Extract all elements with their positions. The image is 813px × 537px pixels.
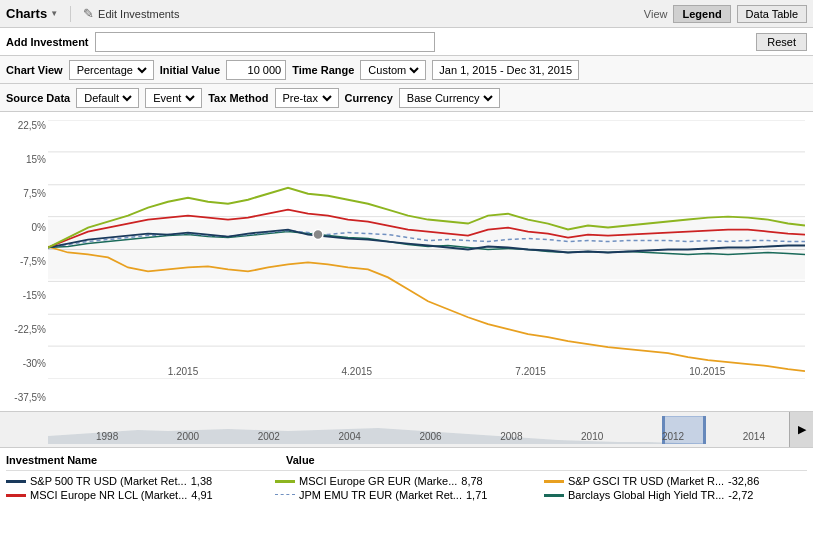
legend-value-msci-gr: 8,78 — [461, 475, 482, 487]
chart-view-select[interactable]: Percentage — [69, 60, 154, 80]
legend-rows: S&P 500 TR USD (Market Ret... 1,38 MSCI … — [6, 471, 807, 501]
legend-item-msci-nr: MSCI Europe NR LCL (Market... 4,91 — [6, 489, 269, 501]
timeline-x-labels: 1998 2000 2002 2004 2006 2008 2010 2012 … — [96, 431, 765, 442]
legend-color-msci-nr — [6, 494, 26, 497]
chart-view-dropdown[interactable]: Percentage — [73, 63, 150, 77]
source-data-label: Source Data — [6, 92, 70, 104]
legend-color-msci-gr — [275, 480, 295, 483]
y-label-0: 22,5% — [2, 120, 46, 131]
legend-tab[interactable]: Legend — [673, 5, 730, 23]
y-label-1: 15% — [2, 154, 46, 165]
x-label-2: 7.2015 — [515, 366, 546, 377]
timeline-scroll-right[interactable]: ▶ — [789, 412, 813, 447]
date-range-text: Jan 1, 2015 - Dec 31, 2015 — [439, 64, 572, 76]
charts-button[interactable]: Charts ▼ — [6, 6, 58, 21]
add-investment-input[interactable] — [95, 32, 435, 52]
chart-view-row: Chart View Percentage Initial Value 10 0… — [0, 56, 813, 84]
header-right: View Legend Data Table — [644, 5, 807, 23]
event-dropdown[interactable]: Event — [149, 91, 198, 105]
legend-section: Investment Name Value S&P 500 TR USD (Ma… — [0, 448, 813, 505]
reset-button[interactable]: Reset — [756, 33, 807, 51]
legend-value-sp-gsci: -32,86 — [728, 475, 759, 487]
tl-label-8: 2014 — [743, 431, 765, 442]
legend-name-sp-gsci: S&P GSCI TR USD (Market R... — [568, 475, 724, 487]
currency-select[interactable]: Base Currency — [399, 88, 500, 108]
legend-value-barclays: -2,72 — [728, 489, 753, 501]
header-bar: Charts ▼ ✎ Edit Investments View Legend … — [0, 0, 813, 28]
legend-item-sp-gsci: S&P GSCI TR USD (Market R... -32,86 — [544, 475, 807, 487]
legend-color-jpm — [275, 494, 295, 496]
event-select[interactable]: Event — [145, 88, 202, 108]
currency-dropdown[interactable]: Base Currency — [403, 91, 496, 105]
legend-header: Investment Name Value — [6, 452, 807, 471]
legend-name-barclays: Barclays Global High Yield TR... — [568, 489, 724, 501]
edit-investments-button[interactable]: ✎ Edit Investments — [83, 6, 179, 21]
initial-value-input[interactable]: 10 000 — [226, 60, 286, 80]
edit-icon: ✎ — [83, 6, 94, 21]
legend-name-msci-gr: MSCI Europe GR EUR (Marke... — [299, 475, 457, 487]
legend-col2-header: Value — [286, 454, 315, 466]
chart-svg — [48, 120, 805, 379]
y-label-7: -30% — [2, 358, 46, 369]
legend-name-jpm: JPM EMU TR EUR (Market Ret... — [299, 489, 462, 501]
header-separator — [70, 6, 71, 22]
tl-label-3: 2004 — [339, 431, 361, 442]
legend-color-sp-gsci — [544, 480, 564, 483]
y-axis: 22,5% 15% 7,5% 0% -7,5% -15% -22,5% -30%… — [0, 112, 48, 411]
scroll-right-icon: ▶ — [798, 423, 806, 436]
y-label-2: 7,5% — [2, 188, 46, 199]
chart-view-label: Chart View — [6, 64, 63, 76]
tax-method-dropdown[interactable]: Pre-tax — [279, 91, 335, 105]
legend-row-1: MSCI Europe NR LCL (Market... 4,91 JPM E… — [6, 489, 807, 501]
tl-label-5: 2008 — [500, 431, 522, 442]
x-axis-labels: 1.2015 4.2015 7.2015 10.2015 — [96, 366, 797, 377]
y-label-4: -7,5% — [2, 256, 46, 267]
legend-value-sp500: 1,38 — [191, 475, 212, 487]
edit-investments-label: Edit Investments — [98, 8, 179, 20]
initial-value-label: Initial Value — [160, 64, 221, 76]
legend-name-msci-nr: MSCI Europe NR LCL (Market... — [30, 489, 187, 501]
time-range-dropdown[interactable]: Custom — [364, 63, 422, 77]
tl-label-0: 1998 — [96, 431, 118, 442]
timeline-row: 1998 2000 2002 2004 2006 2008 2010 2012 … — [0, 412, 813, 448]
time-range-label: Time Range — [292, 64, 354, 76]
chart-plot: 1.2015 4.2015 7.2015 10.2015 — [48, 120, 805, 379]
tax-method-label: Tax Method — [208, 92, 268, 104]
x-label-1: 4.2015 — [341, 366, 372, 377]
legend-col1-header: Investment Name — [6, 454, 206, 466]
legend-item-msci-gr: MSCI Europe GR EUR (Marke... 8,78 — [275, 475, 538, 487]
x-label-0: 1.2015 — [168, 366, 199, 377]
charts-label: Charts — [6, 6, 47, 21]
legend-item-sp500: S&P 500 TR USD (Market Ret... 1,38 — [6, 475, 269, 487]
charts-dropdown-arrow: ▼ — [50, 9, 58, 18]
tl-label-1: 2000 — [177, 431, 199, 442]
tl-label-4: 2006 — [419, 431, 441, 442]
legend-item-barclays: Barclays Global High Yield TR... -2,72 — [544, 489, 807, 501]
y-label-5: -15% — [2, 290, 46, 301]
legend-value-msci-nr: 4,91 — [191, 489, 212, 501]
date-range-display: Jan 1, 2015 - Dec 31, 2015 — [432, 60, 579, 80]
tl-label-7: 2012 — [662, 431, 684, 442]
y-label-6: -22,5% — [2, 324, 46, 335]
tooltip-marker — [313, 230, 323, 240]
legend-item-jpm: JPM EMU TR EUR (Market Ret... 1,71 — [275, 489, 538, 501]
legend-value-jpm: 1,71 — [466, 489, 487, 501]
x-label-3: 10.2015 — [689, 366, 725, 377]
data-table-tab[interactable]: Data Table — [737, 5, 807, 23]
legend-row-0: S&P 500 TR USD (Market Ret... 1,38 MSCI … — [6, 475, 807, 487]
chart-area: 22,5% 15% 7,5% 0% -7,5% -15% -22,5% -30%… — [0, 112, 813, 412]
legend-name-sp500: S&P 500 TR USD (Market Ret... — [30, 475, 187, 487]
view-label: View — [644, 8, 668, 20]
timeline-container: 1998 2000 2002 2004 2006 2008 2010 2012 … — [48, 416, 795, 444]
legend-color-barclays — [544, 494, 564, 497]
currency-label: Currency — [345, 92, 393, 104]
y-label-3: 0% — [2, 222, 46, 233]
tl-label-6: 2010 — [581, 431, 603, 442]
legend-color-sp500 — [6, 480, 26, 483]
source-data-dropdown[interactable]: Default — [80, 91, 135, 105]
source-data-select[interactable]: Default — [76, 88, 139, 108]
tax-method-select[interactable]: Pre-tax — [275, 88, 339, 108]
time-range-select[interactable]: Custom — [360, 60, 426, 80]
add-investment-label: Add Investment — [6, 36, 89, 48]
header-left: Charts ▼ ✎ Edit Investments — [6, 6, 179, 22]
